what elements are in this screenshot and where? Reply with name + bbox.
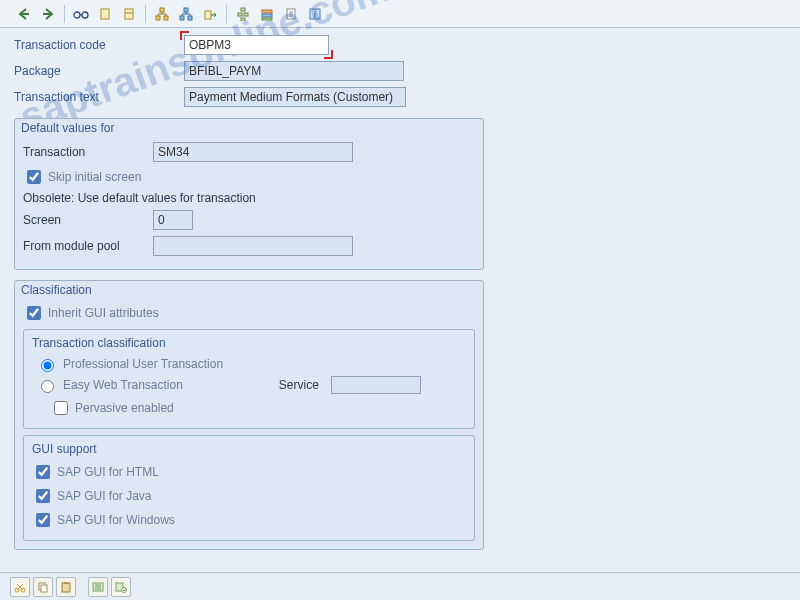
svg-rect-25 [62, 583, 70, 592]
gui-html-label: SAP GUI for HTML [57, 465, 159, 479]
radio-easyweb[interactable] [41, 380, 54, 393]
stack-icon[interactable] [257, 4, 277, 24]
gui-win-row: SAP GUI for Windows [32, 510, 466, 530]
svg-rect-17 [262, 18, 272, 20]
svg-rect-11 [241, 8, 245, 11]
svg-text:i: i [314, 9, 317, 20]
back-button[interactable] [14, 4, 34, 24]
skip-initial-row: Skip initial screen [23, 167, 475, 187]
gui-win-label: SAP GUI for Windows [57, 513, 175, 527]
svg-rect-15 [262, 10, 272, 13]
modpool-label: From module pool [23, 239, 153, 253]
pervasive-label: Pervasive enabled [75, 401, 174, 415]
app-toolbar: i [0, 0, 800, 28]
run-icon[interactable] [111, 577, 131, 597]
info-icon[interactable]: i [305, 4, 325, 24]
screen-label: Screen [23, 213, 153, 227]
svg-rect-2 [101, 9, 109, 19]
skip-initial-label: Skip initial screen [48, 170, 141, 184]
svg-rect-10 [205, 11, 211, 19]
hierarchy-icon[interactable] [152, 4, 172, 24]
document2-icon[interactable] [119, 4, 139, 24]
status-bar [0, 572, 800, 600]
transaction-classification-subgroup: Transaction classification Professional … [23, 329, 475, 429]
service-field [331, 376, 421, 394]
gui-win-checkbox[interactable] [36, 513, 50, 527]
svg-rect-12 [238, 13, 242, 16]
transaction-row: Transaction SM34 [23, 141, 475, 163]
list-icon[interactable] [88, 577, 108, 597]
svg-point-1 [82, 12, 88, 18]
package-label: Package [14, 64, 184, 78]
svg-rect-8 [180, 16, 184, 20]
radio-professional-label: Professional User Transaction [63, 357, 223, 371]
inherit-label: Inherit GUI attributes [48, 306, 159, 320]
radio-professional[interactable] [41, 359, 54, 372]
ttext-row: Transaction text Payment Medium Formats … [14, 86, 786, 108]
svg-rect-14 [241, 18, 245, 21]
gui-html-checkbox[interactable] [36, 465, 50, 479]
paste-icon[interactable] [56, 577, 76, 597]
arrow-out-icon[interactable] [200, 4, 220, 24]
svg-point-29 [122, 587, 127, 592]
doc-icon[interactable] [281, 4, 301, 24]
radio-easyweb-label: Easy Web Transaction [63, 378, 183, 392]
tcode-label: Transaction code [14, 38, 184, 52]
toolbar-separator [145, 5, 146, 23]
service-label: Service [279, 378, 319, 392]
ttext-field: Payment Medium Formats (Customer) [184, 87, 406, 107]
skip-initial-checkbox[interactable] [27, 170, 41, 184]
toolbar-separator [226, 5, 227, 23]
cut-icon[interactable] [10, 577, 30, 597]
gui-java-checkbox[interactable] [36, 489, 50, 503]
copy-icon[interactable] [33, 577, 53, 597]
inherit-checkbox[interactable] [27, 306, 41, 320]
radio-professional-row: Professional User Transaction [36, 356, 466, 372]
svg-rect-5 [156, 16, 160, 20]
svg-point-0 [74, 12, 80, 18]
tree-icon[interactable] [233, 4, 253, 24]
screen-row: Screen 0 [23, 209, 475, 231]
document-icon[interactable] [95, 4, 115, 24]
modpool-row: From module pool [23, 235, 475, 257]
tcode-row: Transaction code OBPM3 [14, 34, 786, 56]
svg-rect-9 [188, 16, 192, 20]
toolbar-separator [64, 5, 65, 23]
gui-support-subgroup: GUI support SAP GUI for HTML SAP GUI for… [23, 435, 475, 541]
glasses-icon[interactable] [71, 4, 91, 24]
radio-easyweb-row: Easy Web Transaction Service [36, 376, 466, 394]
transaction-label: Transaction [23, 145, 153, 159]
svg-rect-24 [41, 585, 47, 592]
svg-rect-4 [160, 8, 164, 12]
ttext-label: Transaction text [14, 90, 184, 104]
transaction-field: SM34 [153, 142, 353, 162]
svg-rect-7 [184, 8, 188, 12]
screen-field: 0 [153, 210, 193, 230]
classification-title: Classification [21, 283, 475, 297]
obsolete-text: Obsolete: Use default values for transac… [23, 191, 475, 205]
svg-rect-6 [164, 16, 168, 20]
svg-rect-3 [125, 9, 133, 19]
inherit-row: Inherit GUI attributes [23, 303, 475, 323]
gui-java-row: SAP GUI for Java [32, 486, 466, 506]
svg-rect-13 [244, 13, 248, 16]
tcode-highlight: OBPM3 [184, 35, 329, 55]
pervasive-row: Pervasive enabled [50, 398, 466, 418]
gui-java-label: SAP GUI for Java [57, 489, 151, 503]
tcode-field[interactable]: OBPM3 [184, 35, 329, 55]
default-values-group: Default values for Transaction SM34 Skip… [14, 118, 484, 270]
package-row: Package BFIBL_PAYM [14, 60, 786, 82]
default-values-title: Default values for [21, 121, 475, 135]
gui-html-row: SAP GUI for HTML [32, 462, 466, 482]
transaction-classification-title: Transaction classification [32, 336, 466, 350]
svg-rect-16 [262, 14, 272, 17]
svg-rect-26 [64, 582, 68, 584]
package-field: BFIBL_PAYM [184, 61, 404, 81]
modpool-field [153, 236, 353, 256]
main-content: Transaction code OBPM3 Package BFIBL_PAY… [0, 28, 800, 550]
hierarchy-arrow-icon[interactable] [176, 4, 196, 24]
gui-support-title: GUI support [32, 442, 466, 456]
pervasive-checkbox[interactable] [54, 401, 68, 415]
classification-group: Classification Inherit GUI attributes Tr… [14, 280, 484, 550]
forward-button[interactable] [38, 4, 58, 24]
